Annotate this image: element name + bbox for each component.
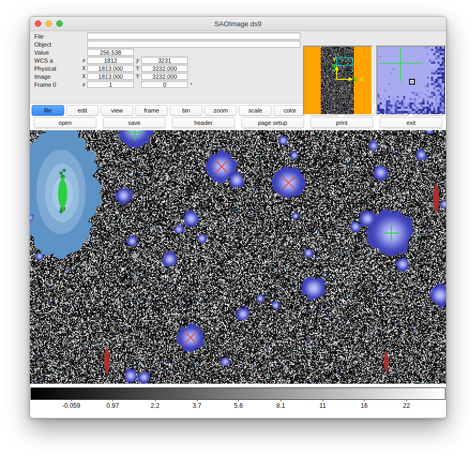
wcs-x-axis-label: x <box>80 57 87 63</box>
menu-file[interactable]: file <box>32 105 64 116</box>
title-bar[interactable]: SAOImage ds9 <box>30 17 446 31</box>
magnifier[interactable] <box>376 46 446 115</box>
image-y-field[interactable] <box>141 73 188 80</box>
file-label: File <box>30 33 80 40</box>
value-field[interactable] <box>87 49 134 56</box>
image-x-axis-label: X <box>80 73 87 79</box>
colorbar-tick-label: -0.059 <box>62 402 80 409</box>
colorbar-tick-label: 3.7 <box>192 402 201 409</box>
colorbar-tick-label: 8.1 <box>276 402 285 409</box>
object-label: Object <box>30 41 80 48</box>
colorbar-tick <box>364 399 365 401</box>
menu-view[interactable]: view <box>101 105 133 116</box>
colorbar-tick-label: 22 <box>403 402 410 409</box>
physical-label: Physical <box>30 65 80 72</box>
file-field[interactable] <box>87 33 300 40</box>
menu-scale[interactable]: scale <box>239 105 271 116</box>
window-title: SAOImage ds9 <box>30 20 446 28</box>
colorbar-tick-label: 11 <box>319 402 326 409</box>
page-setup-button[interactable]: page setup <box>241 117 304 128</box>
menu-bin[interactable]: bin <box>170 105 202 116</box>
wcs-x-field[interactable] <box>87 57 134 64</box>
menu-zoom[interactable]: zoom <box>205 105 237 116</box>
exit-button[interactable]: exit <box>380 117 442 128</box>
colorbar-tick <box>281 399 281 401</box>
colorbar-tick <box>406 399 407 401</box>
frame-x-axis-label: x <box>80 81 87 87</box>
minimize-button[interactable] <box>46 20 52 27</box>
object-field[interactable] <box>87 41 300 48</box>
colorbar-tick-label: 0.97 <box>107 402 119 409</box>
colorbar-tick-label: 2.2 <box>150 402 160 409</box>
frame-zoom-field[interactable] <box>87 81 134 88</box>
physical-y-axis-label: Y <box>134 65 141 71</box>
app-window: SAOImage ds9 File Object Value WCS a x <box>29 16 447 419</box>
save-button[interactable]: save <box>103 117 165 128</box>
image-label: Image <box>30 73 80 80</box>
panner-canvas[interactable] <box>304 47 372 114</box>
image-x-field[interactable] <box>87 73 134 80</box>
menu-frame[interactable]: frame <box>135 105 168 116</box>
menu-edit[interactable]: edit <box>66 105 99 116</box>
colorbar-tick-label: 16 <box>360 402 367 409</box>
frame-label: Frame 0 <box>30 81 80 88</box>
colorbar[interactable] <box>31 388 445 400</box>
info-row-file: File <box>30 32 446 40</box>
wcs-y-axis-label: y <box>134 57 141 63</box>
traffic-lights <box>35 17 63 31</box>
colorbar-tick <box>197 399 198 401</box>
physical-y-field[interactable] <box>141 65 188 72</box>
physical-x-axis-label: X <box>80 65 87 71</box>
colorbar-labels: -0.059 0.97 2.2 3.7 5.6 8.1 11 16 22 <box>31 402 445 412</box>
colorbar-tick <box>238 399 239 401</box>
panner[interactable] <box>303 46 373 115</box>
degree-symbol: ° <box>190 81 192 88</box>
colorbar-tick <box>112 399 113 401</box>
wcs-y-field[interactable] <box>141 57 188 64</box>
colorbar-tick-label: 5.6 <box>234 402 243 409</box>
info-panel: File Object Value WCS a x y <box>30 31 446 103</box>
image-y-axis-label: Y <box>134 73 141 79</box>
wcs-label: WCS a <box>30 57 80 64</box>
close-button[interactable] <box>35 20 41 27</box>
header-button[interactable]: header <box>172 117 235 128</box>
zoom-button[interactable] <box>56 20 63 27</box>
command-row: open save header page setup print exit <box>31 117 445 128</box>
menu-color[interactable]: color <box>274 105 306 116</box>
physical-x-field[interactable] <box>87 65 134 72</box>
frame-rotate-field[interactable] <box>141 81 188 88</box>
colorbar-tick <box>71 399 72 401</box>
colorbar-tick <box>323 399 323 401</box>
image-display[interactable] <box>30 130 446 384</box>
magnifier-canvas[interactable] <box>377 47 444 114</box>
print-button[interactable]: print <box>311 117 373 128</box>
open-button[interactable]: open <box>34 117 96 128</box>
colorbar-zone: -0.059 0.97 2.2 3.7 5.6 8.1 11 16 22 <box>30 384 446 418</box>
value-label: Value <box>30 49 80 56</box>
colorbar-tick <box>155 399 156 401</box>
